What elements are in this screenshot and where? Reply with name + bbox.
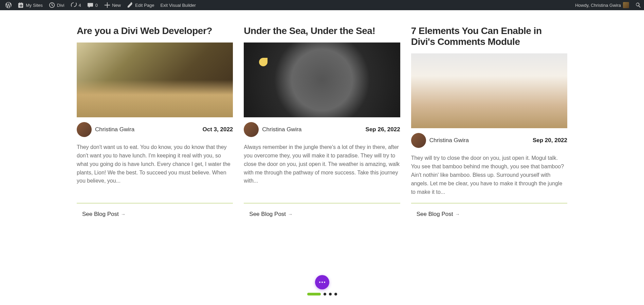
post-title[interactable]: Under the Sea, Under the Sea! [244, 26, 400, 36]
post-featured-image[interactable] [411, 53, 567, 128]
wp-admin-bar: My Sites Divi 4 0 New [0, 0, 644, 10]
post-meta: Christina Gwira Sep 26, 2022 [244, 122, 400, 137]
comments-icon [87, 2, 93, 8]
sites-icon [18, 2, 24, 8]
edit-icon [127, 2, 133, 8]
dashboard-icon [49, 2, 55, 8]
updates-menu[interactable]: 4 [68, 0, 84, 10]
author-name[interactable]: Christina Gwira [262, 126, 301, 133]
blog-grid: Are you a Divi Web Developer? Christina … [77, 26, 567, 218]
author-avatar[interactable] [411, 133, 426, 148]
post-meta: Christina Gwira Oct 3, 2022 [77, 122, 233, 137]
read-more-label: See Blog Post [82, 211, 119, 218]
comments-count: 0 [95, 3, 98, 8]
blog-card: Under the Sea, Under the Sea! Christina … [244, 26, 400, 218]
admin-bar-right: Howdy, Christina Gwira [572, 0, 641, 10]
read-more-link[interactable]: See Blog Post → [411, 211, 567, 218]
arrow-right-icon: → [455, 211, 460, 217]
exit-vb-menu[interactable]: Exit Visual Builder [158, 0, 199, 10]
greeting-label: Howdy, Christina Gwira [575, 3, 621, 8]
updates-icon [71, 2, 77, 8]
admin-bar-left: My Sites Divi 4 0 New [3, 0, 199, 10]
my-sites-menu[interactable]: My Sites [15, 0, 45, 10]
site-name-menu[interactable]: Divi [46, 0, 67, 10]
divider [411, 203, 567, 203]
author-info: Christina Gwira [411, 133, 469, 148]
exit-vb-label: Exit Visual Builder [160, 3, 196, 8]
author-info: Christina Gwira [77, 122, 134, 137]
user-menu[interactable]: Howdy, Christina Gwira [572, 0, 632, 10]
post-excerpt: Always remember in the jungle there's a … [244, 143, 400, 196]
post-meta: Christina Gwira Sep 20, 2022 [411, 133, 567, 148]
post-excerpt: They will try to close the door on you, … [411, 154, 567, 196]
author-name[interactable]: Christina Gwira [95, 126, 134, 133]
new-content-menu[interactable]: New [101, 0, 124, 10]
edit-page-menu[interactable]: Edit Page [124, 0, 157, 10]
search-icon[interactable] [635, 2, 641, 8]
author-avatar[interactable] [77, 122, 92, 137]
post-title[interactable]: Are you a Divi Web Developer? [77, 26, 233, 36]
read-more-label: See Blog Post [417, 211, 453, 218]
divider [244, 203, 400, 203]
post-date: Sep 20, 2022 [533, 137, 567, 144]
updates-count: 4 [79, 3, 81, 8]
post-featured-image[interactable] [77, 43, 233, 117]
user-avatar-icon [623, 2, 629, 8]
main-content: Are you a Divi Web Developer? Christina … [0, 10, 644, 218]
new-label: New [112, 3, 121, 8]
plus-icon [104, 2, 110, 8]
divider [77, 203, 233, 203]
arrow-right-icon: → [288, 211, 293, 217]
post-date: Sep 26, 2022 [366, 126, 400, 133]
wordpress-icon [5, 2, 12, 8]
author-name[interactable]: Christina Gwira [429, 137, 469, 144]
blog-card: 7 Elements You Can Enable in Divi's Comm… [411, 26, 567, 218]
read-more-link[interactable]: See Blog Post → [244, 211, 400, 218]
post-excerpt: They don't want us to eat. You do know, … [77, 143, 233, 196]
my-sites-label: My Sites [26, 3, 43, 8]
post-title[interactable]: 7 Elements You Can Enable in Divi's Comm… [411, 26, 567, 47]
author-avatar[interactable] [244, 122, 259, 137]
site-name-label: Divi [57, 3, 65, 8]
read-more-link[interactable]: See Blog Post → [77, 211, 233, 218]
read-more-label: See Blog Post [249, 211, 286, 218]
blog-card: Are you a Divi Web Developer? Christina … [77, 26, 233, 218]
edit-page-label: Edit Page [135, 3, 154, 8]
author-info: Christina Gwira [244, 122, 301, 137]
wp-logo-menu[interactable] [3, 0, 14, 10]
comments-menu[interactable]: 0 [85, 0, 100, 10]
post-date: Oct 3, 2022 [203, 126, 233, 133]
arrow-right-icon: → [121, 211, 126, 217]
post-featured-image[interactable] [244, 43, 400, 117]
